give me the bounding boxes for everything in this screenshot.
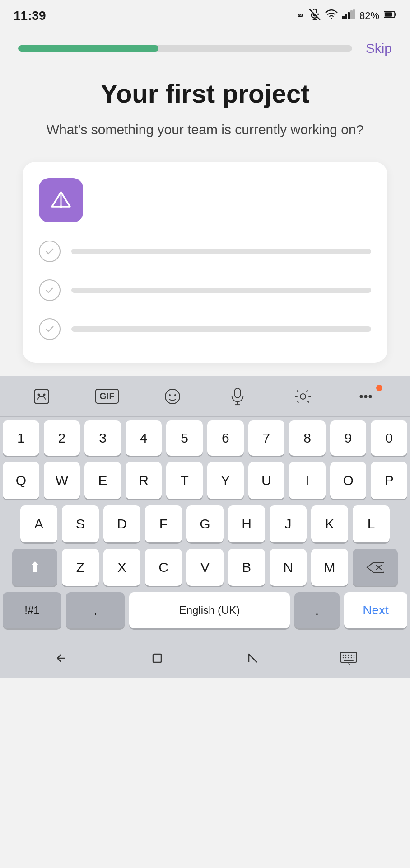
key-o[interactable]: O [330,462,367,499]
task-row-3 [39,318,371,340]
key-2[interactable]: 2 [44,420,80,456]
keyboard-toolbar: GIF [0,376,410,417]
settings-toolbar-btn[interactable] [287,383,319,410]
battery-text: 82% [359,10,379,22]
svg-rect-7 [350,10,353,19]
key-a[interactable]: A [20,505,57,542]
task-row-2 [39,279,371,301]
bluetooth-icon: ⚭ [296,10,304,22]
page-subtitle: What's something your team is currently … [18,120,392,140]
project-icon [39,178,83,222]
sticker-toolbar-btn[interactable] [26,383,57,410]
gif-toolbar-btn[interactable]: GIF [91,383,123,410]
key-0[interactable]: 0 [371,420,407,456]
emoji-toolbar-btn[interactable] [157,383,188,410]
key-m[interactable]: M [311,549,348,586]
main-content: Skip Your first project What's something… [0,32,410,363]
page-title: Your first project [18,79,392,109]
svg-rect-8 [353,9,355,19]
svg-point-27 [368,395,372,398]
gif-label: GIF [95,389,118,404]
shift-key[interactable]: ⬆ [12,549,57,586]
period-key[interactable]: . [294,592,340,628]
key-u[interactable]: U [248,462,285,499]
battery-icon [384,10,396,22]
key-e[interactable]: E [84,462,121,499]
key-y[interactable]: Y [207,462,244,499]
notification-dot [376,385,382,391]
task-checkbox-1 [39,241,61,262]
key-3[interactable]: 3 [84,420,121,456]
key-w[interactable]: W [44,462,80,499]
next-key[interactable]: Next [344,592,407,628]
progress-bar-fill [18,45,158,52]
key-l[interactable]: L [353,505,390,542]
key-row-bottom: !#1 , English (UK) . Next [3,592,407,628]
progress-section: Skip [18,41,392,56]
task-line-1 [71,249,371,254]
key-d[interactable]: D [103,505,140,542]
task-checkbox-3 [39,318,61,340]
key-b[interactable]: B [228,549,265,586]
key-row-asdf: A S D F G H J K L [3,505,407,542]
key-g[interactable]: G [186,505,224,542]
wifi-icon [325,9,338,22]
mute-icon [309,9,321,23]
key-1[interactable]: 1 [3,420,39,456]
svg-rect-5 [345,14,347,19]
status-icons: ⚭ [296,9,396,23]
skip-button[interactable]: Skip [366,41,392,56]
key-p[interactable]: P [371,462,407,499]
key-r[interactable]: R [126,462,162,499]
more-toolbar-btn[interactable] [353,383,384,410]
navigation-bar [0,638,410,678]
svg-rect-11 [385,12,392,16]
key-t[interactable]: T [166,462,203,499]
svg-point-26 [364,395,367,398]
key-k[interactable]: K [311,505,348,542]
svg-point-16 [38,393,40,396]
svg-rect-21 [235,388,241,398]
key-7[interactable]: 7 [248,420,285,456]
key-9[interactable]: 9 [330,420,367,456]
task-line-3 [71,326,371,332]
task-line-2 [71,288,371,293]
delete-key[interactable] [353,549,398,586]
svg-point-3 [331,18,332,19]
keyboard: 1 2 3 4 5 6 7 8 9 0 Q W E R T Y U I O P … [0,417,410,638]
task-checkbox-2 [39,279,61,301]
special-key[interactable]: !#1 [3,592,61,628]
key-x[interactable]: X [103,549,140,586]
back-nav-btn[interactable] [46,645,77,672]
key-5[interactable]: 5 [166,420,203,456]
title-section: Your first project What's something your… [18,79,392,139]
svg-point-24 [300,394,306,399]
key-f[interactable]: F [145,505,182,542]
keyboard-nav-btn[interactable] [333,645,364,672]
comma-key[interactable]: , [66,592,125,628]
key-n[interactable]: N [270,549,307,586]
key-4[interactable]: 4 [126,420,162,456]
shift-arrow-icon: ⬆ [29,559,41,576]
signal-icon [342,9,355,22]
space-key[interactable]: English (UK) [129,592,290,628]
key-j[interactable]: J [270,505,307,542]
mic-toolbar-btn[interactable] [222,383,253,410]
key-8[interactable]: 8 [289,420,326,456]
key-6[interactable]: 6 [207,420,244,456]
svg-point-18 [165,389,180,404]
project-card [23,162,387,363]
key-c[interactable]: C [145,549,182,586]
home-nav-btn[interactable] [141,645,173,672]
progress-bar-container [18,45,352,52]
status-time: 11:39 [14,9,46,23]
key-q[interactable]: Q [3,462,39,499]
key-h[interactable]: H [228,505,265,542]
key-s[interactable]: S [62,505,99,542]
key-z[interactable]: Z [62,549,99,586]
svg-point-20 [174,394,176,396]
key-i[interactable]: I [289,462,326,499]
recent-nav-btn[interactable] [237,645,269,672]
svg-point-13 [60,205,62,208]
key-v[interactable]: V [186,549,224,586]
